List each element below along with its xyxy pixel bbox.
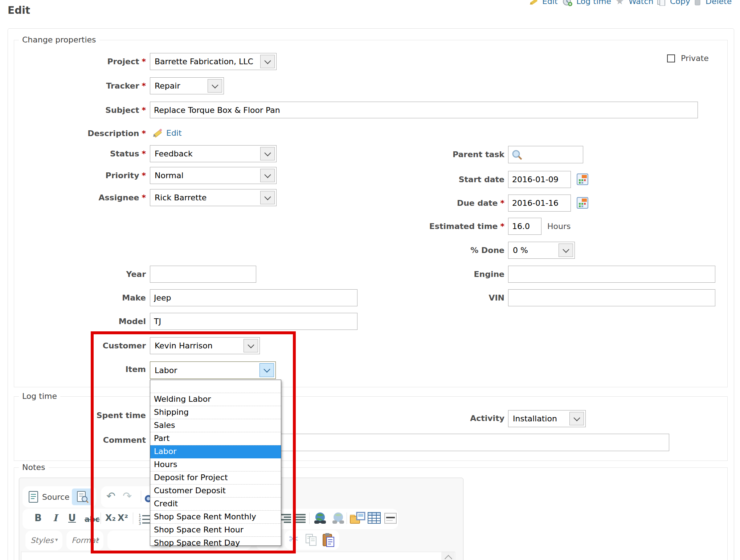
- svg-text:2: 2: [139, 518, 141, 522]
- chevron-down-icon: [260, 147, 275, 160]
- unlink-icon[interactable]: [331, 512, 346, 525]
- svg-text:3: 3: [139, 522, 141, 525]
- priority-select[interactable]: Normal: [150, 167, 277, 184]
- required-marker: *: [142, 193, 146, 202]
- dropdown-option[interactable]: Hours: [150, 458, 281, 471]
- customer-label: Customer: [22, 341, 146, 351]
- item-label: Item: [22, 365, 146, 374]
- notes-legend: Notes: [19, 463, 49, 472]
- item-select[interactable]: Labor: [150, 361, 276, 379]
- horizontal-rule-icon[interactable]: [384, 512, 397, 524]
- dropdown-option[interactable]: Deposit for Project: [150, 471, 281, 485]
- paste-icon[interactable]: [322, 533, 335, 547]
- required-marker: *: [142, 57, 146, 66]
- dropdown-option[interactable]: Credit: [150, 498, 281, 511]
- underline-button[interactable]: U: [68, 512, 76, 523]
- chevron-down-icon: ▾: [97, 536, 99, 543]
- change-properties-fieldset: [14, 40, 728, 387]
- estimated-time-unit: Hours: [547, 222, 571, 231]
- status-select[interactable]: Feedback: [150, 145, 277, 162]
- justify-block-icon[interactable]: [295, 513, 306, 523]
- superscript-button[interactable]: X²: [118, 512, 128, 523]
- edit-action-link[interactable]: Edit: [542, 0, 558, 7]
- watch-action-link[interactable]: Watch: [629, 0, 654, 7]
- chevron-down-icon: [244, 339, 258, 352]
- required-marker: *: [500, 222, 504, 231]
- issue-edit-page: Edit Log time ★ Watch Copy Delete Edit C…: [0, 0, 740, 560]
- vin-input[interactable]: [508, 289, 715, 306]
- priority-label: Priority*: [22, 171, 146, 180]
- assignee-select[interactable]: Rick Barrette: [150, 189, 277, 206]
- format-combo-label[interactable]: Format: [71, 536, 98, 545]
- editor-content-area[interactable]: [21, 552, 455, 560]
- required-marker: *: [142, 171, 146, 180]
- styles-combo-label[interactable]: Styles: [30, 536, 54, 545]
- dropdown-option[interactable]: Customer Deposit: [150, 485, 281, 498]
- comment-label: Comment: [22, 436, 146, 445]
- make-input[interactable]: [150, 289, 357, 306]
- dropdown-option[interactable]: Sales: [150, 419, 281, 432]
- cut-icon[interactable]: ✂: [289, 534, 299, 544]
- tracker-label: Tracker*: [22, 81, 146, 91]
- model-label: Model: [22, 317, 146, 326]
- log-time-action-link[interactable]: Log time: [576, 0, 611, 7]
- dropdown-option[interactable]: [150, 380, 281, 393]
- dropdown-option[interactable]: Part: [150, 432, 281, 445]
- numbered-list-icon[interactable]: 123: [139, 513, 151, 525]
- italic-button[interactable]: I: [53, 512, 57, 523]
- table-icon[interactable]: [367, 512, 381, 524]
- dropdown-option-selected[interactable]: Labor: [150, 445, 281, 458]
- subject-input[interactable]: [150, 102, 698, 118]
- copy-action-link[interactable]: Copy: [670, 0, 690, 7]
- engine-input[interactable]: [508, 266, 715, 283]
- private-checkbox[interactable]: [667, 54, 675, 62]
- bold-button[interactable]: B: [34, 512, 42, 523]
- redo-icon[interactable]: ↷: [123, 491, 132, 502]
- dropdown-option[interactable]: Welding Labor: [150, 393, 281, 406]
- activity-label: Activity: [392, 414, 504, 423]
- project-label: Project*: [22, 57, 146, 66]
- chevron-down-icon: [208, 79, 222, 93]
- customer-select[interactable]: Kevin Harrison: [150, 337, 260, 354]
- image-icon[interactable]: [349, 512, 365, 525]
- align-right-icon[interactable]: [280, 513, 292, 523]
- toolbar-separator: [141, 491, 141, 502]
- tracker-select[interactable]: Repair: [150, 77, 224, 94]
- activity-select[interactable]: Installation: [508, 410, 586, 427]
- delete-trash-icon: [693, 0, 702, 6]
- copy-icon: [657, 0, 666, 6]
- calendar-icon[interactable]: [577, 173, 588, 185]
- estimated-time-input[interactable]: [508, 218, 541, 235]
- model-input[interactable]: [150, 313, 357, 330]
- log-time-clock-icon: [563, 0, 573, 7]
- dropdown-option[interactable]: Shop Space Rent Day: [150, 537, 281, 549]
- chevron-down-icon: [559, 244, 573, 257]
- source-doc-icon: [28, 491, 39, 503]
- description-label: Description*: [22, 129, 146, 138]
- log-time-legend: Log time: [19, 392, 60, 401]
- strikethrough-button[interactable]: abc: [85, 514, 100, 525]
- chevron-down-icon: [569, 412, 584, 425]
- calendar-icon[interactable]: [577, 197, 588, 209]
- due-date-input[interactable]: [508, 195, 571, 212]
- year-input[interactable]: [150, 266, 256, 283]
- project-select[interactable]: Barrette Fabrication, LLC: [150, 53, 277, 70]
- page-title: Edit: [8, 4, 30, 16]
- delete-action-link[interactable]: Delete: [706, 0, 732, 7]
- done-select[interactable]: 0 %: [508, 242, 575, 259]
- subscript-button[interactable]: X₂: [105, 512, 116, 523]
- copy-icon[interactable]: [305, 534, 318, 547]
- source-button[interactable]: Source: [42, 492, 70, 502]
- vin-label: VIN: [392, 293, 504, 303]
- undo-icon[interactable]: ↶: [106, 491, 115, 502]
- dropdown-option[interactable]: Shipping: [150, 406, 281, 419]
- estimated-time-label: Estimated time*: [392, 222, 504, 231]
- dropdown-option[interactable]: Shop Space Rent Monthly: [150, 511, 281, 524]
- description-edit-link[interactable]: Edit: [166, 128, 182, 138]
- required-marker: *: [142, 106, 146, 115]
- dropdown-option[interactable]: Shop Space Rent Hour: [150, 524, 281, 537]
- required-marker: *: [142, 149, 146, 158]
- link-icon[interactable]: [313, 512, 327, 525]
- start-date-input[interactable]: [508, 171, 571, 188]
- svg-text:1: 1: [139, 514, 141, 518]
